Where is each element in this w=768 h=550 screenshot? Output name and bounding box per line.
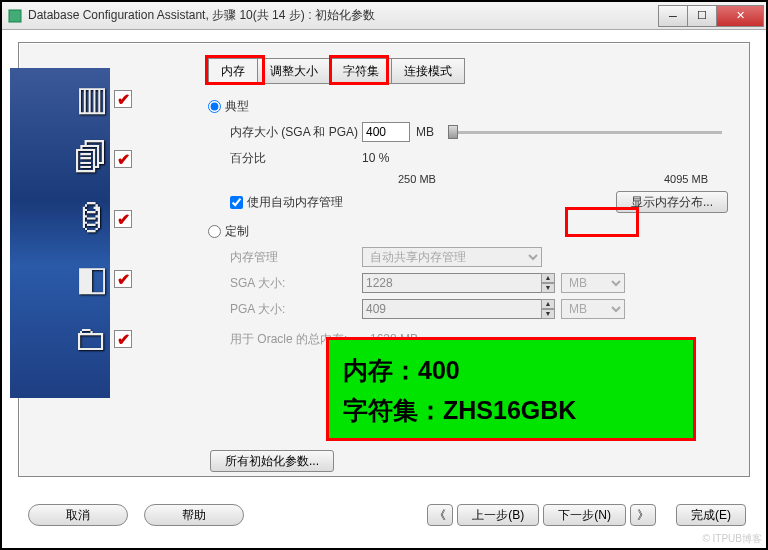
auto-memory-label: 使用自动内存管理 [247,194,343,211]
slider-max-label: 4095 MB [664,173,708,185]
auto-memory-checkbox[interactable] [230,196,243,209]
radio-typical-label: 典型 [225,98,249,115]
check-icon: ✔ [114,90,132,108]
tab-connection[interactable]: 连接模式 [391,58,465,84]
slider-thumb[interactable] [448,125,458,139]
tab-resize[interactable]: 调整大小 [257,58,331,84]
minimize-button[interactable]: ─ [658,5,688,27]
slider-min-label: 250 MB [398,173,436,185]
pga-spinner: ▲▼ [541,299,555,319]
memory-size-input[interactable] [362,122,410,142]
annotation-overlay: 内存：400 字符集：ZHS16GBK [326,337,696,441]
sidebar-step-3: 🛢✔ [10,188,110,248]
button-bar: 取消 帮助 《 上一步(B) 下一步(N) 》 完成(E) [18,500,750,530]
mem-mgmt-label: 内存管理 [230,249,362,266]
percent-value: 10 % [362,151,389,165]
memory-size-label: 内存大小 (SGA 和 PGA) [230,124,362,141]
annotation-line1: 内存：400 [343,350,679,390]
tab-memory[interactable]: 内存 [208,58,258,84]
tab-bar: 内存 调整大小 字符集 连接模式 [208,58,464,84]
show-distribution-button[interactable]: 显示内存分布... [616,191,728,213]
pga-label: PGA 大小: [230,301,362,318]
radio-typical[interactable] [208,100,221,113]
db-icon: 🛢 [74,199,108,238]
radio-typical-row[interactable]: 典型 [208,98,728,115]
sidebar-step-5: 🗀✔ [10,308,110,368]
sidebar-step-1: ▥✔ [10,68,110,128]
svg-rect-0 [9,10,21,22]
help-button[interactable]: 帮助 [144,504,244,526]
check-icon: ✔ [114,330,132,348]
cancel-button[interactable]: 取消 [28,504,128,526]
folder-icon: 🗀 [74,319,108,358]
app-icon [7,8,23,24]
window-controls: ─ ☐ ✕ [659,5,764,27]
pga-unit-select: MB [561,299,625,319]
check-icon: ✔ [114,270,132,288]
radio-custom-row[interactable]: 定制 [208,223,728,240]
wizard-sidebar: ▥✔ 🗐✔ 🛢✔ ◧✔ 🗀✔ [10,68,110,398]
sga-label: SGA 大小: [230,275,362,292]
check-icon: ✔ [114,150,132,168]
percent-label: 百分比 [230,150,362,167]
annotation-line2: 字符集：ZHS16GBK [343,390,679,430]
mem-mgmt-select: 自动共享内存管理 [362,247,542,267]
sidebar-step-4: ◧✔ [10,248,110,308]
radio-custom-label: 定制 [225,223,249,240]
watermark: © ITPUB博客 [702,532,762,546]
window-title: Database Configuration Assistant, 步骤 10(… [28,7,659,24]
shapes-icon: ◧ [76,258,108,298]
sga-unit-select: MB [561,273,625,293]
all-init-params-button[interactable]: 所有初始化参数... [210,450,334,472]
next-small-button[interactable]: 》 [630,504,656,526]
pga-input [362,299,542,319]
sga-input [362,273,542,293]
title-bar: Database Configuration Assistant, 步骤 10(… [2,2,766,30]
files-icon: 🗐 [74,139,108,178]
form-area: 典型 内存大小 (SGA 和 PGA) MB 百分比 10 % 250 MB 4… [208,92,728,354]
prev-button[interactable]: 上一步(B) [457,504,539,526]
sidebar-step-2: 🗐✔ [10,128,110,188]
memory-slider[interactable] [448,131,722,134]
close-button[interactable]: ✕ [716,5,764,27]
next-button[interactable]: 下一步(N) [543,504,626,526]
sga-spinner: ▲▼ [541,273,555,293]
chip-icon: ▥ [76,78,108,118]
finish-button[interactable]: 完成(E) [676,504,746,526]
radio-custom[interactable] [208,225,221,238]
check-icon: ✔ [114,210,132,228]
memory-size-unit: MB [416,125,434,139]
tab-charset[interactable]: 字符集 [330,58,392,84]
maximize-button[interactable]: ☐ [687,5,717,27]
prev-small-button[interactable]: 《 [427,504,453,526]
